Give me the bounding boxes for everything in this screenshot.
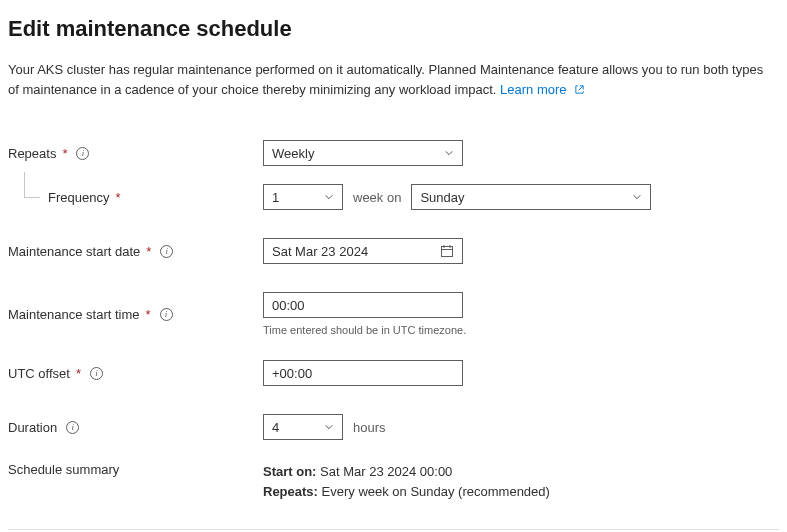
schedule-summary-block: Start on: Sat Mar 23 2024 00:00 Repeats:… (263, 462, 550, 501)
chevron-down-icon (444, 148, 454, 158)
tree-connector-icon (24, 172, 40, 198)
utc-offset-value: +00:00 (272, 366, 312, 381)
footer-separator (8, 529, 779, 530)
required-marker: * (146, 307, 151, 322)
description-text: Your AKS cluster has regular maintenance… (8, 62, 763, 97)
info-icon[interactable]: i (90, 367, 103, 380)
duration-label: Duration i (8, 420, 263, 435)
learn-more-link[interactable]: Learn more (500, 82, 585, 97)
frequency-day-value: Sunday (420, 190, 464, 205)
frequency-count-value: 1 (272, 190, 279, 205)
info-icon[interactable]: i (76, 147, 89, 160)
repeats-label: Repeats * i (8, 146, 263, 161)
required-marker: * (62, 146, 67, 161)
schedule-summary-label: Schedule summary (8, 462, 263, 477)
start-date-label: Maintenance start date * i (8, 244, 263, 259)
summary-start-on-label: Start on: (263, 464, 316, 479)
chevron-down-icon (632, 192, 642, 202)
summary-repeats-value: Every week on Sunday (recommended) (322, 484, 550, 499)
duration-select[interactable]: 4 (263, 414, 343, 440)
summary-start-on-value: Sat Mar 23 2024 00:00 (320, 464, 452, 479)
info-icon[interactable]: i (66, 421, 79, 434)
learn-more-text: Learn more (500, 82, 566, 97)
page-description: Your AKS cluster has regular maintenance… (8, 60, 768, 100)
start-time-label: Maintenance start time * i (8, 307, 263, 322)
required-marker: * (115, 190, 120, 205)
repeats-value: Weekly (272, 146, 314, 161)
page-title: Edit maintenance schedule (8, 16, 779, 42)
required-marker: * (76, 366, 81, 381)
repeats-select[interactable]: Weekly (263, 140, 463, 166)
frequency-day-select[interactable]: Sunday (411, 184, 651, 210)
utc-offset-input[interactable]: +00:00 (263, 360, 463, 386)
start-date-input[interactable]: Sat Mar 23 2024 (263, 238, 463, 264)
duration-value: 4 (272, 420, 279, 435)
calendar-icon (440, 244, 454, 258)
summary-repeats-label: Repeats: (263, 484, 318, 499)
utc-offset-label: UTC offset * i (8, 366, 263, 381)
chevron-down-icon (324, 422, 334, 432)
external-link-icon (574, 81, 585, 101)
start-time-input[interactable]: 00:00 (263, 292, 463, 318)
frequency-label: Frequency * (8, 190, 263, 205)
start-time-hint: Time entered should be in UTC timezone. (263, 324, 466, 336)
frequency-mid-text: week on (353, 190, 401, 205)
start-date-value: Sat Mar 23 2024 (272, 244, 368, 259)
info-icon[interactable]: i (160, 245, 173, 258)
svg-rect-0 (442, 247, 453, 257)
info-icon[interactable]: i (160, 308, 173, 321)
required-marker: * (146, 244, 151, 259)
chevron-down-icon (324, 192, 334, 202)
frequency-count-select[interactable]: 1 (263, 184, 343, 210)
start-time-value: 00:00 (272, 298, 305, 313)
duration-unit: hours (353, 420, 386, 435)
